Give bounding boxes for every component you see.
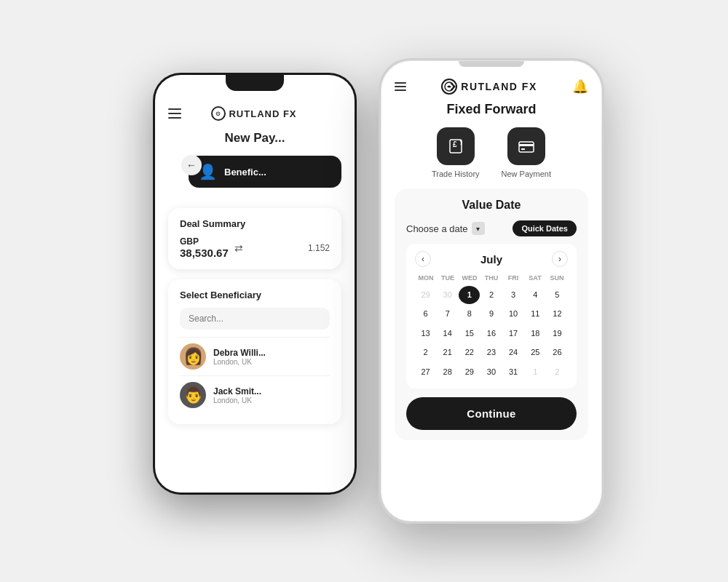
front-logo-icon [441, 79, 457, 95]
cal-cell-21[interactable]: 21 [437, 343, 458, 362]
cal-cell-27[interactable]: 27 [415, 363, 436, 381]
back-hamburger-icon[interactable] [168, 108, 181, 119]
back-logo-icon: ⊙ [211, 106, 226, 121]
front-phone: RUTLAND FX 🔔 Fixed Forward £ [379, 58, 604, 524]
cal-cell-26[interactable]: 26 [547, 343, 568, 362]
svg-rect-4 [519, 144, 534, 146]
cal-cell-1-next[interactable]: 1 [525, 363, 546, 381]
beneficiary-btn-text: Benefic... [224, 167, 266, 178]
cal-cell-14[interactable]: 14 [437, 324, 458, 343]
beneficiary-avatar-jack: 👨 [180, 382, 206, 408]
cal-cell-11[interactable]: 11 [525, 305, 546, 323]
cal-cell-29[interactable]: 29 [459, 363, 480, 381]
cal-cell-31[interactable]: 31 [503, 363, 524, 381]
cal-cell-28[interactable]: 28 [437, 363, 458, 381]
cal-cell-15[interactable]: 15 [459, 324, 480, 343]
continue-button[interactable]: Continue [406, 397, 577, 430]
value-date-card: Value Date Choose a date ▾ Quick Dates ‹ [395, 188, 588, 440]
beneficiary-item-jack[interactable]: 👨 Jack Smit... London, UK [180, 375, 330, 414]
cal-cell-2[interactable]: 2 [480, 286, 502, 304]
front-hamburger-icon[interactable] [395, 82, 406, 91]
beneficiary-info-jack: Jack Smit... London, UK [213, 386, 330, 404]
back-page-title: New Pay... [168, 131, 341, 146]
calendar-prev-button[interactable]: ‹ [415, 251, 431, 267]
calendar-next-button[interactable]: › [552, 251, 568, 267]
beneficiary-location-debra: London, UK [213, 358, 330, 366]
cal-cell-12[interactable]: 12 [547, 305, 568, 323]
beneficiary-info-debra: Debra Willi... London, UK [213, 348, 330, 366]
calendar-month: July [480, 253, 502, 266]
cal-cell-16[interactable]: 16 [480, 324, 502, 343]
choose-date-row: Choose a date ▾ Quick Dates [406, 220, 577, 236]
choose-date-label: Choose a date ▾ [406, 222, 485, 235]
front-logo-text: RUTLAND FX [461, 81, 537, 92]
cal-cell-19[interactable]: 19 [547, 324, 568, 343]
cal-cell-22[interactable]: 22 [459, 343, 480, 362]
cal-cell-9[interactable]: 9 [480, 305, 502, 323]
bell-icon[interactable]: 🔔 [572, 79, 588, 95]
cal-cell-8[interactable]: 8 [459, 305, 480, 323]
cal-cell-29-prev[interactable]: 29 [415, 286, 436, 304]
select-beneficiary-section: Select Beneficiary 👩 Debra Willi... Lond… [168, 279, 341, 424]
svg-rect-5 [521, 148, 525, 150]
beneficiary-name-jack: Jack Smit... [213, 386, 330, 396]
back-logo: ⊙ RUTLAND FX [211, 106, 296, 121]
new-payment-button[interactable]: New Payment [502, 127, 551, 178]
calendar-days-header: MON TUE WED THU FRI SAT SUN [415, 273, 568, 283]
quick-actions-row: £ Trade History [395, 127, 588, 178]
trade-history-button[interactable]: £ Trade History [432, 127, 480, 178]
cal-cell-6[interactable]: 6 [415, 305, 436, 323]
cal-cell-3[interactable]: 3 [503, 286, 524, 304]
cal-cell-30[interactable]: 30 [480, 363, 502, 381]
cal-cell-4[interactable]: 4 [525, 286, 546, 304]
calendar: ‹ July › MON TUE WED THU FRI SAT SUN [406, 244, 577, 388]
cal-cell-30-prev[interactable]: 30 [437, 286, 458, 304]
cal-cell-20[interactable]: 2 [415, 343, 436, 362]
deal-rate: 1.152 [308, 243, 330, 253]
back-phone: ⊙ RUTLAND FX New Pay... ← 👤 Benefic... [153, 73, 357, 495]
cal-cell-18[interactable]: 18 [525, 324, 546, 343]
beneficiary-button[interactable]: 👤 Benefic... [189, 156, 341, 188]
trade-history-icon-box: £ [437, 127, 475, 165]
cal-cell-10[interactable]: 10 [503, 305, 524, 323]
beneficiary-avatar-debra: 👩 [180, 343, 206, 370]
front-logo: RUTLAND FX [441, 79, 537, 95]
quick-dates-button[interactable]: Quick Dates [513, 220, 577, 236]
cal-cell-7[interactable]: 7 [437, 305, 458, 323]
deal-summary-card: Deal Summary GBP 38,530.67 ⇄ 1.152 [168, 208, 341, 269]
choose-date-dropdown[interactable]: ▾ [472, 222, 485, 235]
deal-currency: GBP [180, 236, 229, 247]
back-phone-notch [226, 75, 284, 91]
beneficiary-item-debra[interactable]: 👩 Debra Willi... London, UK [180, 337, 330, 375]
exchange-icon: ⇄ [234, 242, 243, 254]
beneficiary-search-input[interactable] [180, 308, 330, 330]
deal-summary-title: Deal Summary [180, 218, 330, 229]
cal-cell-13[interactable]: 13 [415, 324, 436, 343]
beneficiary-name-debra: Debra Willi... [213, 348, 330, 358]
cal-cell-23[interactable]: 23 [480, 343, 502, 362]
new-payment-label: New Payment [502, 170, 551, 178]
cal-cell-2-next[interactable]: 2 [547, 363, 568, 381]
svg-rect-3 [519, 142, 534, 152]
svg-point-0 [445, 82, 454, 91]
beneficiary-location-jack: London, UK [213, 396, 330, 404]
front-page-title: Fixed Forward [395, 102, 588, 117]
trade-history-label: Trade History [432, 170, 480, 178]
cal-cell-24[interactable]: 24 [503, 343, 524, 362]
value-date-title: Value Date [406, 199, 577, 212]
new-payment-icon-box [507, 127, 545, 165]
calendar-nav: ‹ July › [415, 251, 568, 267]
select-beneficiary-title: Select Beneficiary [180, 290, 330, 300]
cal-cell-1-july[interactable]: 1 [459, 286, 480, 304]
front-header: RUTLAND FX 🔔 [395, 79, 588, 95]
svg-text:£: £ [453, 140, 457, 148]
cal-cell-5[interactable]: 5 [547, 286, 568, 304]
calendar-grid: 29 30 1 2 3 4 5 6 7 8 9 10 [415, 286, 568, 381]
front-phone-notch [459, 61, 524, 67]
cal-cell-17[interactable]: 17 [503, 324, 524, 343]
deal-amount: 38,530.67 [180, 247, 229, 259]
back-arrow-button[interactable]: ← [181, 155, 202, 175]
cal-cell-25[interactable]: 25 [525, 343, 546, 362]
